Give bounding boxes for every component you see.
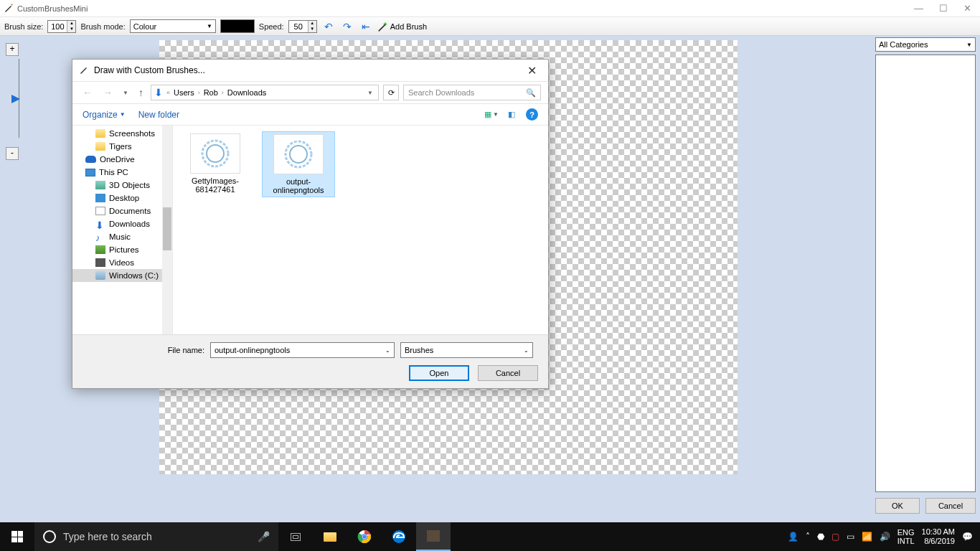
filename-label: File name: <box>83 346 204 354</box>
brush-size-input[interactable]: ▲▼ <box>47 20 76 33</box>
tree-item[interactable]: This PC <box>72 166 172 179</box>
add-brush-button[interactable]: + Add Brush <box>377 19 427 34</box>
folder-tree: ScreenshotsTigersOneDriveThis PC3D Objec… <box>72 126 173 334</box>
breadcrumb-item[interactable]: Users <box>174 88 194 97</box>
tree-item[interactable]: Documents <box>72 204 172 217</box>
breadcrumb[interactable]: ⬇ « Users › Rob › Downloads ▼ <box>151 85 379 100</box>
filename-input[interactable]: output-onlinepngtools⌄ <box>210 342 395 358</box>
dialog-footer: File name: output-onlinepngtools⌄ Brushe… <box>72 334 548 388</box>
back-step-icon[interactable]: ⇤ <box>359 19 373 34</box>
file-thumbnail <box>273 134 324 174</box>
notifications-icon[interactable]: 💬 <box>962 532 973 542</box>
maximize-button[interactable]: ☐ <box>939 3 948 14</box>
file-name: GettyImages-681427461 <box>181 176 250 194</box>
right-panel: All Categories▼ OK Cancel <box>875 37 976 514</box>
download-arrow-icon: ⬇ <box>154 87 163 98</box>
color-swatch[interactable] <box>220 19 255 33</box>
tree-item[interactable]: 3D Objects <box>72 179 172 192</box>
tree-item[interactable]: Videos <box>72 256 172 269</box>
undo-icon[interactable]: ↶ <box>321 19 336 34</box>
preview-pane-button[interactable]: ◧ <box>506 109 517 121</box>
file-item[interactable]: output-onlinepngtools <box>262 131 335 197</box>
speed-input[interactable]: ▲▼ <box>288 20 317 33</box>
svg-point-3 <box>207 145 224 162</box>
dialog-cancel-button[interactable]: Cancel <box>478 365 538 381</box>
remove-tab-button[interactable]: - <box>6 147 19 160</box>
battery-icon[interactable]: ▢ <box>831 532 839 542</box>
file-open-dialog: Draw with Custom Brushes... ✕ ← → ▼ ↑ ⬇ … <box>72 59 549 389</box>
tree-item[interactable]: Tigers <box>72 140 172 153</box>
file-explorer-icon[interactable] <box>313 522 347 551</box>
svg-point-0 <box>11 4 12 5</box>
tree-item[interactable]: ♪Music <box>72 230 172 243</box>
system-tray: 👤 ˄ ⬣ ▢ ▭ 📶 🔊 ENGINTL 10:30 AM8/6/2019 💬 <box>781 527 980 546</box>
security-icon[interactable]: ⬣ <box>817 532 824 542</box>
volume-icon[interactable]: 🔊 <box>880 532 890 542</box>
dialog-title: Draw with Custom Brushes... <box>94 65 523 75</box>
people-icon[interactable]: 👤 <box>788 532 798 542</box>
file-thumbnail <box>190 133 240 174</box>
breadcrumb-item[interactable]: Rob <box>204 88 218 97</box>
speed-label: Speed: <box>259 22 284 31</box>
search-input[interactable]: Search Downloads 🔍 <box>403 85 541 100</box>
tree-item[interactable]: ⬇Downloads <box>72 217 172 230</box>
filetype-select[interactable]: Brushes⌄ <box>400 342 533 358</box>
nav-forward-button[interactable]: → <box>100 87 116 98</box>
tree-item[interactable]: OneDrive <box>72 153 172 166</box>
language-indicator[interactable]: ENGINTL <box>897 528 915 545</box>
file-name: output-onlinepngtools <box>265 177 332 194</box>
svg-text:+: + <box>383 22 387 28</box>
tree-item[interactable]: Desktop <box>72 192 172 204</box>
tray-up-icon[interactable]: ˄ <box>806 532 810 542</box>
gimp-icon[interactable] <box>416 522 451 551</box>
category-select[interactable]: All Categories▼ <box>875 37 976 52</box>
breadcrumb-item[interactable]: Downloads <box>227 88 266 97</box>
app-titlebar: CustomBrushesMini — ☐ ✕ <box>0 0 980 17</box>
cancel-button[interactable]: Cancel <box>925 498 976 514</box>
new-folder-button[interactable]: New folder <box>138 110 179 120</box>
dialog-titlebar: Draw with Custom Brushes... ✕ <box>72 60 548 81</box>
opacity-slider-thumb[interactable] <box>11 95 20 103</box>
network-icon[interactable]: ▭ <box>847 532 854 542</box>
nav-history-button[interactable]: ▼ <box>120 90 131 96</box>
wifi-icon[interactable]: 📶 <box>862 532 872 542</box>
brush-icon <box>4 2 13 15</box>
taskbar-search[interactable]: Type here to search 🎤 <box>34 522 278 551</box>
organize-button[interactable]: Organize ▼ <box>83 110 126 120</box>
brush-mode-select[interactable]: Colour▼ <box>130 19 216 33</box>
nav-up-button[interactable]: ↑ <box>136 87 146 98</box>
redo-icon[interactable]: ↷ <box>340 19 354 34</box>
nav-back-button[interactable]: ← <box>80 87 95 98</box>
taskbar: Type here to search 🎤 👤 ˄ ⬣ ▢ ▭ 📶 🔊 ENGI… <box>0 522 980 551</box>
dialog-close-button[interactable]: ✕ <box>523 64 541 77</box>
svg-point-5 <box>290 146 307 163</box>
file-list[interactable]: GettyImages-681427461output-onlinepngtoo… <box>173 126 548 334</box>
toolbar: Brush size: ▲▼ Brush mode: Colour▼ Speed… <box>0 17 980 36</box>
clock[interactable]: 10:30 AM8/6/2019 <box>922 527 955 546</box>
svg-point-9 <box>363 535 367 539</box>
brush-icon <box>80 65 88 76</box>
open-button[interactable]: Open <box>409 365 469 381</box>
ok-button[interactable]: OK <box>875 498 920 514</box>
tree-item[interactable]: Pictures <box>72 243 172 256</box>
tree-item[interactable]: Windows (C:) <box>72 269 172 282</box>
view-mode-button[interactable]: ▦▼ <box>486 109 497 121</box>
dialog-nav: ← → ▼ ↑ ⬇ « Users › Rob › Downloads ▼ ⟳ … <box>72 81 548 104</box>
tree-item[interactable]: Screenshots <box>72 127 172 140</box>
task-view-button[interactable] <box>278 522 313 551</box>
search-icon: 🔍 <box>526 88 536 98</box>
start-button[interactable] <box>0 522 34 551</box>
brush-list[interactable] <box>875 55 976 492</box>
refresh-button[interactable]: ⟳ <box>383 85 399 100</box>
minimize-button[interactable]: — <box>914 3 923 14</box>
chrome-icon[interactable] <box>347 522 382 551</box>
cortana-icon <box>43 530 56 543</box>
tree-scrollbar[interactable] <box>162 126 172 334</box>
help-button[interactable]: ? <box>526 108 538 121</box>
add-tab-button[interactable]: + <box>6 43 19 56</box>
mic-icon[interactable]: 🎤 <box>258 531 270 542</box>
close-button[interactable]: ✕ <box>963 3 971 14</box>
brush-mode-label: Brush mode: <box>80 22 125 31</box>
edge-icon[interactable] <box>382 522 416 551</box>
file-item[interactable]: GettyImages-681427461 <box>179 131 252 196</box>
